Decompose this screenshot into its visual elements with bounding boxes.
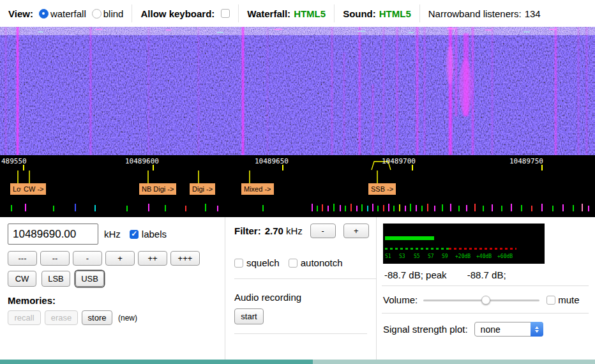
band-label-cw[interactable]: CW -> xyxy=(21,183,46,195)
frequency-input[interactable] xyxy=(8,224,98,245)
allow-keyboard-label: Allow keyboard: xyxy=(140,8,215,19)
bottom-strip-left xyxy=(0,360,313,364)
listeners-count: 134 xyxy=(525,8,541,19)
waterfall-status-value: HTML5 xyxy=(294,8,326,19)
s-meter-signal-bar xyxy=(385,236,434,240)
signal-level-reading: -88.7 dB; peak -88.7 dB; xyxy=(384,269,589,280)
topbar: View: waterfall blind Allow keyboard: Wa… xyxy=(0,0,595,27)
scale-graphics xyxy=(0,155,595,217)
band-label-digi[interactable]: Digi -> xyxy=(190,183,215,195)
volume-label: Volume: xyxy=(383,294,418,305)
squelch-checkbox-icon[interactable] xyxy=(234,259,243,268)
radio-waterfall-label[interactable]: waterfall xyxy=(50,8,86,19)
radio-blind-icon[interactable] xyxy=(92,9,102,19)
frequency-row: kHz labels xyxy=(8,224,225,245)
memory-recall-button[interactable]: recall xyxy=(8,310,41,325)
bottom-strip xyxy=(0,360,595,364)
signal-peak-text: -88.7 dB; xyxy=(467,269,506,280)
waterfall-status-label: Waterfall: xyxy=(247,8,290,19)
mode-lsb-button[interactable]: LSB xyxy=(41,271,70,287)
listener-ticks xyxy=(11,204,589,211)
labels-checkbox-icon[interactable] xyxy=(130,230,139,239)
memories-label: Memories: xyxy=(8,295,225,306)
s-meter-scale-green xyxy=(385,248,449,250)
frequency-unit-label: kHz xyxy=(104,229,121,239)
sound-status-label: Sound: xyxy=(343,8,376,19)
step-down-2-button[interactable]: -- xyxy=(40,251,70,266)
waterfall-status-cell: Waterfall: HTML5 xyxy=(238,4,334,22)
step-up-2-button[interactable]: ++ xyxy=(138,251,167,266)
s-meter-tick-label: S1 xyxy=(385,254,391,259)
step-up-3-button[interactable]: +++ xyxy=(170,251,200,266)
control-panel: kHz labels --- -- - + ++ +++ CW LSB USB … xyxy=(0,217,595,360)
meter-panel: S1 S3 S5 S7 S9 +20dB +40dB +60dB -88.7 d… xyxy=(377,217,595,360)
filter-panel: Filter: 2.70 kHz - + squelch autonotch A… xyxy=(225,217,377,360)
band-label-ssb[interactable]: SSB -> xyxy=(368,183,396,195)
sound-status-cell: Sound: HTML5 xyxy=(334,4,419,22)
autonotch-checkbox[interactable]: autonotch xyxy=(289,257,343,268)
s-meter-tick-label: +60dB xyxy=(497,254,513,259)
squelch-label: squelch xyxy=(246,257,280,268)
s-meter-scale-red xyxy=(449,248,516,250)
audio-recording-label: Audio recording xyxy=(234,292,367,303)
frequency-scale[interactable]: 489550 10489600 10489650 10489700 104897… xyxy=(0,155,595,217)
radio-waterfall-icon[interactable] xyxy=(39,9,49,19)
filter-narrower-button[interactable]: - xyxy=(310,224,336,238)
volume-slider[interactable] xyxy=(423,295,539,305)
scale-freq-label: 489550 xyxy=(1,157,27,165)
memory-store-button[interactable]: store xyxy=(82,310,112,325)
memories-row: recall erase store (new) xyxy=(8,310,225,325)
memory-erase-button[interactable]: erase xyxy=(45,310,78,325)
labels-checkbox[interactable]: labels xyxy=(130,229,167,239)
radio-blind-label[interactable]: blind xyxy=(103,8,124,19)
step-up-1-button[interactable]: + xyxy=(105,251,135,266)
mode-cw-button[interactable]: CW xyxy=(8,271,36,287)
squelch-row: squelch autonotch xyxy=(234,257,376,268)
bottom-strip-right xyxy=(313,360,595,364)
view-label: View: xyxy=(8,8,33,19)
filter-wider-button[interactable]: + xyxy=(343,224,369,238)
keyboard-cell: Allow keyboard: xyxy=(132,4,238,22)
s-meter-tick-label: +20dB xyxy=(455,254,471,259)
s-meter-tick-label: S9 xyxy=(442,254,448,259)
filter-row: Filter: 2.70 kHz - + xyxy=(234,224,376,238)
waterfall-display[interactable] xyxy=(0,27,595,155)
mute-checkbox-icon[interactable] xyxy=(546,296,555,305)
filter-value: 2.70 xyxy=(265,225,283,236)
s-meter-tick-label: S3 xyxy=(399,254,405,259)
allow-keyboard-checkbox[interactable] xyxy=(221,9,230,18)
s-meter-tick-label: S7 xyxy=(428,254,434,259)
mode-buttons-row: CW LSB USB xyxy=(8,271,225,287)
signal-plot-row: Signal strength plot: none xyxy=(382,313,589,337)
signal-plot-select[interactable]: none xyxy=(474,322,543,337)
listeners-label: Narrowband listeners: xyxy=(428,8,522,19)
step-down-1-button[interactable]: - xyxy=(73,251,102,266)
scale-freq-label: 10489650 xyxy=(255,157,289,165)
filter-label: Filter: xyxy=(234,225,261,236)
mute-label: mute xyxy=(558,294,579,305)
mode-usb-button[interactable]: USB xyxy=(75,271,104,287)
audio-recording-section: Audio recording start xyxy=(234,278,376,342)
recording-start-button[interactable]: start xyxy=(234,308,264,324)
mute-checkbox[interactable]: mute xyxy=(546,294,579,305)
scale-freq-label: 10489700 xyxy=(382,157,416,165)
memory-new-label: (new) xyxy=(118,314,137,322)
band-label-nb-digi[interactable]: NB Digi -> xyxy=(139,183,176,195)
band-tick-lines xyxy=(18,171,377,183)
labels-checkbox-label: labels xyxy=(142,229,167,239)
scale-freq-label: 10489600 xyxy=(125,157,159,165)
autonotch-label: autonotch xyxy=(301,257,343,268)
tuning-panel: kHz labels --- -- - + ++ +++ CW LSB USB … xyxy=(0,217,225,360)
volume-slider-thumb[interactable] xyxy=(481,296,490,305)
band-label-mixed[interactable]: Mixed -> xyxy=(241,183,274,195)
waterfall-image[interactable] xyxy=(0,27,595,155)
signal-plot-select-value: none xyxy=(481,324,501,335)
step-down-3-button[interactable]: --- xyxy=(8,251,37,266)
signal-plot-label: Signal strength plot: xyxy=(383,324,468,335)
s-meter-tick-label: +40dB xyxy=(476,254,492,259)
listeners-cell: Narrowband listeners: 134 xyxy=(419,4,549,22)
scale-freq-label: 10489750 xyxy=(509,157,543,165)
squelch-checkbox[interactable]: squelch xyxy=(234,257,280,268)
autonotch-checkbox-icon[interactable] xyxy=(289,259,298,268)
s-meter-tick-label: S5 xyxy=(414,254,420,259)
